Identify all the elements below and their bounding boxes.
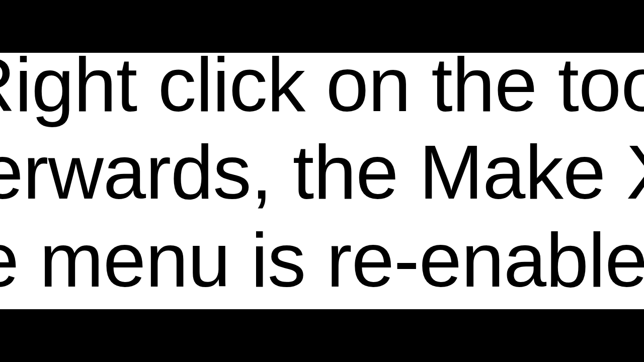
text-line-2: terwards, the Make X [0,129,644,215]
text-line-1: Right click on the toolb [0,53,644,127]
text-strip: Right click on the toolb terwards, the M… [0,53,644,309]
text-line-3: le menu is re-enable [0,217,644,303]
video-frame: Right click on the toolb terwards, the M… [0,0,644,362]
cropped-text-block: Right click on the toolb terwards, the M… [0,53,644,304]
